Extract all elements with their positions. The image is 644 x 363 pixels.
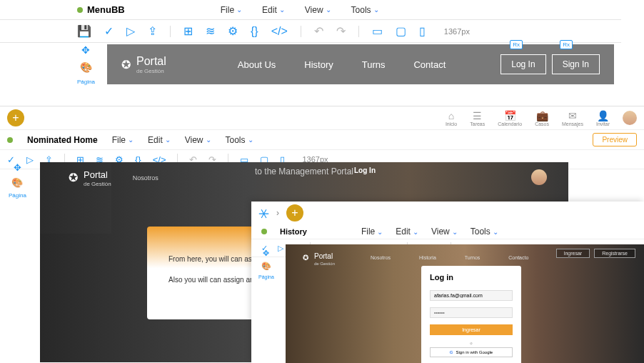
- status-dot: [77, 7, 83, 13]
- window-title: MenuBB: [87, 4, 125, 15]
- braces-icon[interactable]: {}: [251, 25, 258, 38]
- registrarse-button[interactable]: Registrarse: [594, 249, 635, 258]
- layers-icon[interactable]: ≋: [206, 24, 215, 38]
- save-icon[interactable]: 💾: [77, 24, 91, 38]
- move-icon[interactable]: ✥: [14, 162, 21, 173]
- add-button[interactable]: +: [286, 204, 303, 222]
- palette-icon[interactable]: 🎨: [261, 262, 271, 271]
- sidebar: ✥ 🎨 Página: [77, 44, 95, 85]
- status-dot: [7, 137, 13, 143]
- signin-button[interactable]: Sign In: [552, 54, 600, 74]
- titlebar: MenuBB File⌄ Edit⌄ View⌄ Tools⌄: [0, 0, 621, 19]
- auth-buttons: Log In Sign In: [500, 54, 600, 74]
- login-button[interactable]: Log In: [500, 54, 545, 74]
- home-icon: ⌂: [448, 110, 454, 121]
- nav-contact[interactable]: Contact: [413, 59, 446, 70]
- user-avatar[interactable]: [531, 169, 547, 185]
- sidebar: ✥ 🎨 Página: [258, 249, 274, 279]
- check-icon[interactable]: ✓: [104, 24, 114, 38]
- tab-inicio[interactable]: ⌂Inicio: [446, 110, 457, 126]
- sidebar: ✥ 🎨 Página: [9, 162, 26, 199]
- titlebar: Nominated Home File⌄ Edit⌄ View⌄ Tools⌄ …: [0, 130, 644, 150]
- tab-calendario[interactable]: 📅Calendario: [498, 110, 522, 126]
- menu-file[interactable]: File⌄: [361, 227, 383, 237]
- menu-edit[interactable]: Edit⌄: [262, 5, 285, 15]
- nav-turns[interactable]: Turns: [362, 59, 386, 70]
- chevron-down-icon: ⌄: [373, 6, 379, 14]
- ingresar-button[interactable]: Ingresar: [556, 249, 590, 258]
- tablet-icon[interactable]: ▢: [396, 24, 406, 38]
- logo-text: Portal: [136, 55, 166, 67]
- nav-historia[interactable]: Historia: [419, 255, 436, 260]
- nav-history[interactable]: History: [304, 59, 333, 70]
- menu-tools[interactable]: Tools⌄: [226, 135, 253, 145]
- messages-icon: ✉: [568, 110, 577, 121]
- move-icon[interactable]: ✥: [263, 249, 269, 258]
- play-icon[interactable]: ▷: [26, 154, 34, 165]
- add-button[interactable]: +: [7, 109, 24, 126]
- divider: [301, 26, 301, 37]
- nav-nosotros[interactable]: Nosotros: [133, 174, 159, 182]
- nav-about[interactable]: About Us: [238, 59, 276, 70]
- menu-edit[interactable]: Edit⌄: [396, 227, 418, 237]
- menu-view[interactable]: View⌄: [305, 5, 331, 15]
- menubar: File⌄ Edit⌄ View⌄ Tools⌄: [221, 5, 379, 15]
- app-topbar: + ⌂Inicio ☰Tareas 📅Calendario 💼Casos ✉Me…: [0, 106, 644, 130]
- main-nav: About Us History Turns Contact: [238, 59, 446, 70]
- logo[interactable]: ✪ Portalde Gestión: [69, 168, 111, 187]
- nav-nosotros[interactable]: Nosotros: [371, 255, 391, 260]
- submit-button[interactable]: Ingresar: [430, 324, 513, 335]
- logo-icon: ✪: [121, 58, 131, 71]
- login-card: Log in Ingresar o GSign in with Google ¿…: [421, 266, 521, 363]
- user-avatar[interactable]: [623, 111, 637, 125]
- redo-icon[interactable]: ↷: [336, 24, 346, 38]
- tab-casos[interactable]: 💼Casos: [535, 110, 549, 126]
- grid-icon[interactable]: ⊞: [183, 24, 193, 38]
- play-icon[interactable]: ▷: [126, 24, 135, 38]
- login-link[interactable]: Log In: [354, 166, 376, 174]
- palette-icon[interactable]: 🎨: [80, 61, 92, 73]
- password-input[interactable]: [430, 307, 513, 318]
- preview-button[interactable]: Preview: [593, 133, 637, 146]
- window-menubb: MenuBB File⌄ Edit⌄ View⌄ Tools⌄ 💾 ✓ ▷ ⇪ …: [0, 0, 621, 43]
- tab-tareas[interactable]: ☰Tareas: [470, 110, 485, 126]
- or-divider: o: [430, 341, 513, 345]
- nav-contacto[interactable]: Contacto: [508, 255, 528, 260]
- tab-invitar[interactable]: 👤Invitar: [596, 110, 610, 126]
- sidebar-label: Página: [258, 274, 274, 279]
- email-input[interactable]: [430, 290, 513, 301]
- menu-file[interactable]: File⌄: [221, 5, 242, 15]
- app-topbar: ⚹ › +: [251, 202, 644, 224]
- export-icon[interactable]: ⇪: [148, 24, 157, 38]
- menu-tools[interactable]: Tools⌄: [471, 227, 498, 237]
- palette-icon[interactable]: 🎨: [11, 177, 23, 188]
- mobile-icon[interactable]: ▯: [419, 24, 426, 38]
- google-signin-button[interactable]: GSign in with Google: [430, 347, 513, 357]
- menu-file[interactable]: File⌄: [112, 135, 134, 145]
- chevron-right-icon[interactable]: ›: [276, 208, 279, 218]
- code-icon[interactable]: </>: [271, 25, 288, 38]
- invite-icon: 👤: [597, 110, 609, 121]
- logo-subtitle: de Gestión: [314, 262, 335, 266]
- logo-icon: ✪: [303, 254, 308, 262]
- menu-edit[interactable]: Edit⌄: [148, 135, 171, 145]
- settings-icon[interactable]: ⚙: [228, 24, 238, 38]
- logo[interactable]: ✪ Portalde Gestión: [303, 249, 335, 266]
- undo-icon[interactable]: ↶: [314, 24, 323, 38]
- divider: [358, 26, 359, 37]
- rx-badge: Rx: [560, 40, 573, 49]
- desktop-icon[interactable]: ▭: [372, 24, 383, 38]
- menu-view[interactable]: View⌄: [431, 227, 458, 237]
- menu-tools[interactable]: Tools⌄: [351, 5, 379, 15]
- play-icon[interactable]: ▷: [278, 244, 283, 253]
- app-logo-icon[interactable]: ⚹: [258, 206, 269, 221]
- tab-mensajes[interactable]: ✉Mensajes: [562, 110, 583, 126]
- login-title: Log in: [430, 273, 513, 282]
- logo-icon: ✪: [69, 171, 78, 184]
- logo[interactable]: ✪ Portalde Gestión: [121, 55, 166, 74]
- nav-turnos[interactable]: Turnos: [465, 255, 481, 260]
- menu-view[interactable]: View⌄: [185, 135, 211, 145]
- move-icon[interactable]: ✥: [81, 44, 90, 56]
- status-dot: [261, 229, 267, 234]
- zoom-value: 1367px: [444, 27, 470, 36]
